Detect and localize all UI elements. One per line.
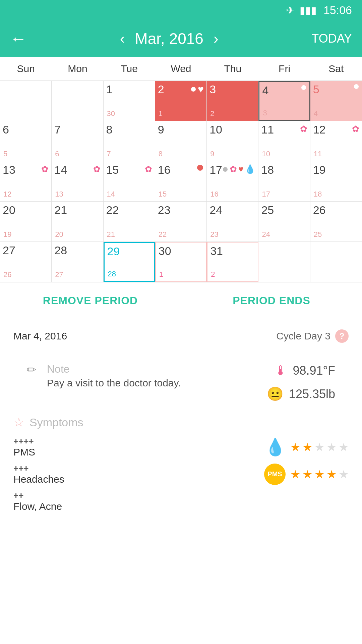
calendar-cell-6[interactable]: 54 [310,81,362,121]
today-button[interactable]: TODAY [311,32,352,46]
calendar-cell-23[interactable]: 2221 [104,202,155,242]
cell-cycle-number: 5 [3,150,7,158]
status-time: 15:06 [323,4,352,17]
calendar-cell-15[interactable]: ✿1413 [52,161,103,202]
calendar-cell-24[interactable]: 2322 [155,202,207,242]
cell-cycle-number: 23 [210,230,218,239]
weight-icon: 😐 [267,386,284,402]
calendar-grid: 130♥2132435465768798109✿1110✿1211✿1312✿1… [0,81,362,282]
back-button[interactable]: ← [10,29,27,48]
cell-day-number: 5 [313,83,319,96]
cell-day-number: 29 [107,245,120,258]
calendar-cell-12[interactable]: ✿1110 [258,121,310,161]
drop-icon: 💧 [245,164,255,174]
calendar-cell-3[interactable]: ♥21 [155,81,207,121]
weight-row: 😐 125.35lb [267,386,335,402]
dot-white-icon [301,85,306,90]
note-row: ✏ Note Pay a visit to the doctor today. [27,363,235,389]
calendar-cell-16[interactable]: ✿1514 [104,161,155,202]
period-ends-button[interactable]: PERIOD ENDS [181,282,362,319]
cell-cycle-number: 30 [107,109,115,118]
calendar-cell-21[interactable]: 2019 [0,202,52,242]
calendar-cell-18[interactable]: ✿♥💧1716 [207,161,258,202]
calendar-cell-0 [0,81,52,121]
cell-day-number: 18 [261,163,274,176]
battery-icon: ▮▮▮ [300,4,317,16]
cell-cycle-number: 21 [107,230,115,239]
symptom-flow-intensity: ++ [13,490,62,501]
symptom-pms-name: PMS [13,446,35,458]
calendar-cell-28[interactable]: 2726 [0,242,52,282]
cell-cycle-number: 7 [107,150,111,158]
cell-day-number: 25 [261,204,274,216]
cell-cycle-number: 24 [262,230,270,239]
cell-day-number: 6 [3,123,9,136]
cell-cycle-number: 15 [159,190,167,199]
detail-header: Mar 4, 2016 Cycle Day 3 ? [13,329,349,343]
calendar-cell-19[interactable]: 1817 [258,161,310,202]
remove-period-button[interactable]: REMOVE PERIOD [0,282,181,319]
cell-day-number: 19 [313,163,326,176]
calendar-cell-10[interactable]: 98 [155,121,207,161]
cell-day-number: 7 [54,123,61,136]
weekday-header: Sun Mon Tue Wed Thu Fri Sat [0,57,362,81]
calendar-cell-14[interactable]: ✿1312 [0,161,52,202]
heart-icon: ♥ [198,84,204,95]
weekday-mon: Mon [52,57,103,80]
star-h-4: ★ [326,468,337,481]
pms-stars: ★ ★ ★ ★ ★ [290,440,349,454]
period-drop-icon: 💧 [265,437,286,457]
header: ← ‹ Mar, 2016 › TODAY [0,20,362,57]
symptom-headaches-intensity: +++ [13,463,64,474]
cell-cycle-number: 18 [314,190,322,199]
calendar-cell-25[interactable]: 2423 [207,202,258,242]
calendar-cell-22[interactable]: 2120 [52,202,103,242]
calendar-cell-27[interactable]: 2625 [310,202,362,242]
cell-cycle-number: 17 [262,190,270,199]
note-text: Pay a visit to the doctor today. [47,377,235,389]
calendar-cell-11[interactable]: 109 [207,121,258,161]
calendar-cell-4[interactable]: 32 [207,81,258,121]
star-h-3: ★ [314,468,324,481]
calendar-cell-17[interactable]: 1615 [155,161,207,202]
flower-icon: ✿ [300,124,307,134]
cell-cycle-number: 19 [3,230,11,239]
calendar-cell-8[interactable]: 76 [52,121,103,161]
calendar-cell-5[interactable]: 43 [258,81,310,121]
cell-cycle-number: 27 [55,270,63,279]
month-title: Mar, 2016 [135,30,203,48]
calendar-cell-26[interactable]: 2524 [258,202,310,242]
cell-cycle-number: 10 [262,150,270,158]
calendar-cell-13[interactable]: ✿1211 [310,121,362,161]
pms5-badge: PMS [264,464,286,485]
weekday-tue: Tue [104,57,155,80]
star-4: ★ [326,440,337,454]
cell-day-number: 23 [158,204,171,216]
calendar-cell-32[interactable]: 312 [207,242,258,282]
next-month-button[interactable]: › [214,30,219,47]
cycle-help-icon[interactable]: ? [335,329,349,343]
calendar-cell-31[interactable]: 301 [155,242,207,282]
cell-day-number: 11 [261,123,274,136]
cell-day-number: 3 [209,83,216,96]
calendar-cell-30[interactable]: 2928 [104,242,155,282]
cell-cycle-number: 11 [314,150,322,158]
cell-day-number: 14 [54,163,67,176]
cell-cycle-number: 4 [314,109,318,118]
cell-day-number: 17 [209,163,222,176]
weekday-wed: Wed [155,57,207,80]
cell-day-number: 12 [313,123,326,136]
weekday-thu: Thu [207,57,258,80]
calendar-cell-2[interactable]: 130 [104,81,155,121]
calendar-cell-9[interactable]: 87 [104,121,155,161]
calendar-cell-20[interactable]: 1918 [310,161,362,202]
calendar-cell-7[interactable]: 65 [0,121,52,161]
cycle-day-label: Cycle Day 3 [276,330,330,342]
calendar-cell-29[interactable]: 2827 [52,242,103,282]
prev-month-button[interactable]: ‹ [120,30,125,47]
note-label: Note [47,363,235,375]
headaches-stars: ★ ★ ★ ★ ★ [290,468,349,481]
cell-cycle-number: 28 [108,270,116,278]
star-1: ★ [290,440,300,454]
detail-cycle: Cycle Day 3 ? [276,329,349,343]
